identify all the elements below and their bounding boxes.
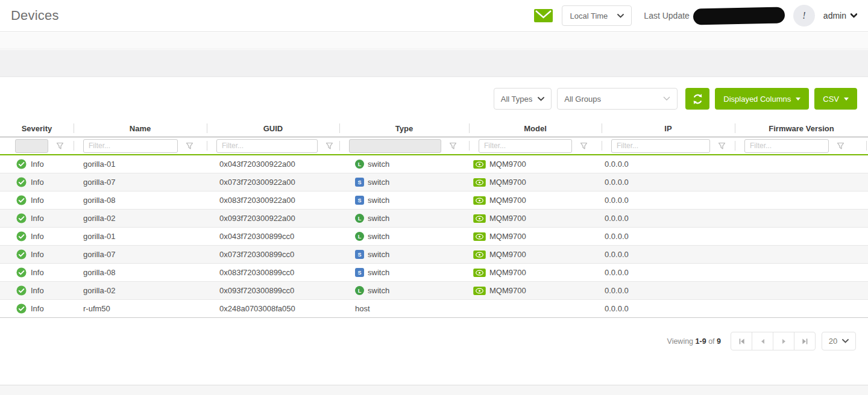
device-ip: 0.0.0.0 <box>602 210 735 227</box>
ip-filter-input[interactable] <box>611 139 710 153</box>
device-type: switch <box>368 178 389 187</box>
filter-funnel-icon[interactable] <box>837 142 844 150</box>
device-name: gorilla-07 <box>74 246 207 263</box>
chevron-down-icon <box>842 339 849 343</box>
user-menu[interactable]: admin <box>823 11 857 20</box>
severity-info-icon <box>16 303 27 314</box>
nvidia-logo-icon <box>473 160 486 169</box>
table-body: Info gorilla-01 0x043f720300922a00 L swi… <box>0 154 868 318</box>
type-filter-disabled <box>349 139 441 153</box>
device-firmware <box>735 228 868 245</box>
page-size-select[interactable]: 20 <box>822 332 856 350</box>
filter-funnel-icon[interactable] <box>186 142 193 150</box>
filter-funnel-icon[interactable] <box>326 142 333 150</box>
device-type: switch <box>368 214 389 223</box>
user-name: admin <box>823 11 846 20</box>
table-row[interactable]: Info gorilla-08 0x083f720300899cc0 S swi… <box>0 264 868 282</box>
top-bar: Devices Local Time Last Update ! admin <box>0 0 868 32</box>
viewing-of: of <box>708 337 714 346</box>
device-guid: 0x073f720300899cc0 <box>207 246 339 263</box>
table-row[interactable]: Info r-ufm50 0x248a0703008fa050 host 0.0… <box>0 300 868 318</box>
table-row[interactable]: Info gorilla-07 0x073f720300922a00 S swi… <box>0 173 868 191</box>
caret-down-icon <box>796 98 800 101</box>
column-header-type[interactable]: Type <box>339 120 469 137</box>
secondary-band <box>0 50 868 77</box>
table-row[interactable]: Info gorilla-02 0x093f720300899cc0 L swi… <box>0 282 868 300</box>
type-filter-select[interactable]: All Types <box>494 88 552 110</box>
displayed-columns-label: Displayed Columns <box>723 95 791 104</box>
timezone-select[interactable]: Local Time <box>562 5 632 26</box>
device-type: switch <box>368 286 389 295</box>
table-row[interactable]: Info gorilla-08 0x083f720300922a00 S swi… <box>0 191 868 210</box>
chevron-down-icon <box>538 97 544 101</box>
first-page-button[interactable] <box>731 332 752 350</box>
first-page-icon <box>738 338 746 345</box>
device-guid: 0x093f720300899cc0 <box>207 282 339 299</box>
filter-funnel-icon[interactable] <box>580 142 588 150</box>
filter-funnel-icon[interactable] <box>449 142 457 150</box>
severity-info-icon <box>16 231 27 241</box>
severity-label: Info <box>31 160 44 169</box>
device-type: switch <box>368 268 389 277</box>
csv-export-button[interactable]: CSV <box>814 88 857 110</box>
table-row[interactable]: Info gorilla-02 0x093f720300922a00 L swi… <box>0 210 868 228</box>
column-header-firmware[interactable]: Firmware Version <box>735 120 868 137</box>
guid-filter-input[interactable] <box>216 139 318 153</box>
table-header-row: Severity Name GUID Type Model IP Firmwar… <box>0 120 868 137</box>
previous-page-button[interactable] <box>752 332 773 350</box>
refresh-button[interactable] <box>685 88 709 110</box>
viewing-range: 1-9 <box>696 337 706 346</box>
table-row[interactable]: Info gorilla-01 0x043f720300899cc0 L swi… <box>0 228 868 246</box>
name-filter-input[interactable] <box>83 139 178 153</box>
table-row[interactable]: Info gorilla-07 0x073f720300899cc0 S swi… <box>0 246 868 264</box>
device-ip: 0.0.0.0 <box>602 264 735 281</box>
page-title: Devices <box>11 8 59 23</box>
help-icon[interactable]: ! <box>793 5 815 26</box>
group-filter-select[interactable]: All Groups <box>557 88 678 110</box>
device-ip: 0.0.0.0 <box>602 246 735 263</box>
type-badge: S <box>355 178 364 187</box>
viewing-total: 9 <box>717 337 721 346</box>
table-filter-row <box>0 137 868 154</box>
device-ip: 0.0.0.0 <box>602 191 735 209</box>
displayed-columns-button[interactable]: Displayed Columns <box>715 88 809 110</box>
device-type: switch <box>368 232 389 241</box>
device-firmware <box>735 173 868 191</box>
column-header-name[interactable]: Name <box>74 120 207 137</box>
firmware-filter-input[interactable] <box>744 139 829 153</box>
chevron-down-icon <box>617 14 624 18</box>
severity-info-icon <box>16 159 27 169</box>
severity-filter-disabled <box>15 139 48 153</box>
device-name: gorilla-08 <box>74 191 207 209</box>
device-model: MQM9700 <box>489 160 526 169</box>
column-header-ip[interactable]: IP <box>602 120 735 137</box>
device-guid: 0x043f720300899cc0 <box>207 228 339 245</box>
topbar-actions: Local Time Last Update ! admin <box>533 5 857 26</box>
device-name: r-ufm50 <box>74 300 207 317</box>
device-type: host <box>355 304 370 313</box>
device-name: gorilla-07 <box>74 173 207 191</box>
filter-row-end-divider <box>866 141 867 151</box>
filter-funnel-icon[interactable] <box>718 142 726 150</box>
device-ip: 0.0.0.0 <box>602 228 735 245</box>
column-header-guid[interactable]: GUID <box>207 120 339 137</box>
severity-label: Info <box>31 214 44 223</box>
filter-funnel-icon[interactable] <box>56 142 64 150</box>
severity-info-icon <box>16 285 27 296</box>
next-page-button[interactable] <box>773 332 794 350</box>
model-filter-input[interactable] <box>479 139 572 153</box>
timezone-value: Local Time <box>570 11 608 20</box>
device-model: MQM9700 <box>489 232 526 241</box>
pagination: Viewing 1-9 of 9 20 <box>667 332 856 350</box>
type-badge: S <box>355 268 364 277</box>
last-page-button[interactable] <box>794 332 816 350</box>
device-type: switch <box>368 160 389 169</box>
mail-icon[interactable] <box>533 8 553 23</box>
column-header-severity[interactable]: Severity <box>0 120 74 137</box>
column-header-model[interactable]: Model <box>469 120 602 137</box>
severity-info-icon <box>16 213 27 223</box>
severity-label: Info <box>31 178 44 187</box>
table-row[interactable]: Info gorilla-01 0x043f720300922a00 L swi… <box>0 155 868 173</box>
csv-label: CSV <box>823 95 839 104</box>
device-firmware <box>735 210 868 227</box>
